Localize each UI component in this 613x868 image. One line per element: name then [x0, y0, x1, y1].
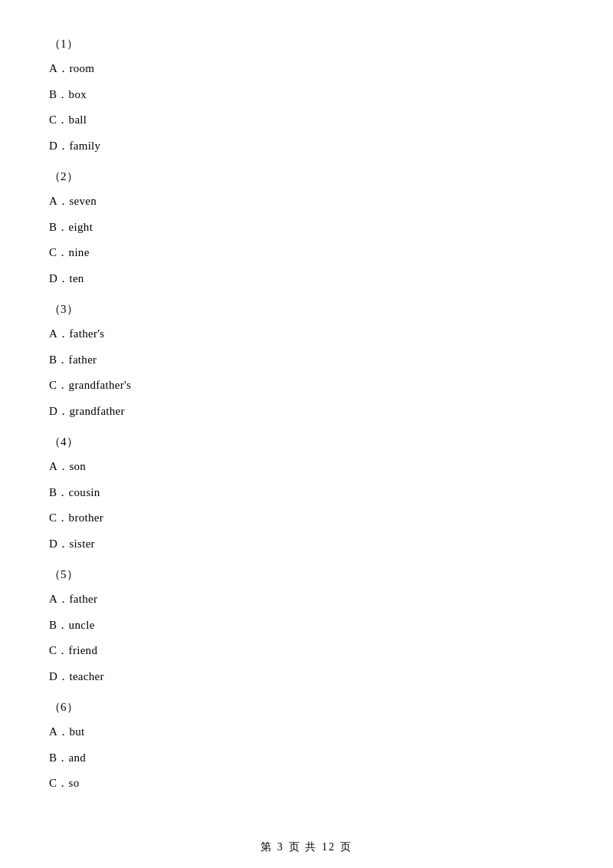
question-number-q1: （1） — [46, 37, 567, 51]
option-q6c: C．so — [46, 774, 567, 794]
option-q6a: A．but — [46, 722, 567, 742]
footer-text: 第 3 页 共 12 页 — [261, 841, 352, 853]
question-number-q2: （2） — [46, 169, 567, 184]
option-q4b: B．cousin — [46, 483, 567, 503]
option-q1c: C．ball — [46, 110, 567, 130]
option-q2c: C．nine — [46, 243, 567, 263]
question-number-q5: （5） — [46, 567, 567, 582]
question-number-q6: （6） — [46, 700, 567, 715]
option-q4d: D．sister — [46, 534, 567, 554]
option-q5d: D．teacher — [46, 667, 567, 687]
page-footer: 第 3 页 共 12 页 — [0, 840, 613, 854]
question-number-q4: （4） — [46, 435, 567, 449]
question-number-q3: （3） — [46, 302, 567, 317]
option-q3d: D．grandfather — [46, 402, 567, 422]
option-q1a: A．room — [46, 59, 567, 79]
option-q6b: B．and — [46, 748, 567, 768]
option-q2b: B．eight — [46, 218, 567, 238]
option-q2a: A．seven — [46, 192, 567, 212]
option-q3a: A．father's — [46, 324, 567, 344]
option-q5c: C．friend — [46, 641, 567, 661]
page-content: （1）A．roomB．boxC．ballD．family（2）A．sevenB．… — [0, 0, 613, 846]
option-q4c: C．brother — [46, 508, 567, 528]
option-q1b: B．box — [46, 85, 567, 105]
option-q5a: A．father — [46, 590, 567, 610]
option-q1d: D．family — [46, 136, 567, 156]
option-q5b: B．uncle — [46, 616, 567, 636]
option-q4a: A．son — [46, 457, 567, 477]
option-q3b: B．father — [46, 350, 567, 370]
option-q3c: C．grandfather's — [46, 376, 567, 396]
option-q2d: D．ten — [46, 269, 567, 289]
